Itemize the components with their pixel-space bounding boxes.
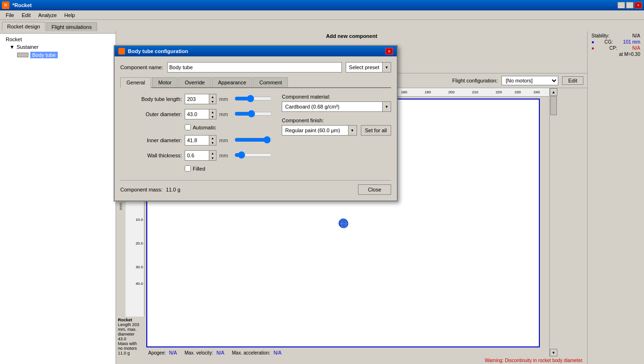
dialog-title-bar: Body tube configuration × [115, 46, 397, 56]
cp-label: CP: [609, 46, 617, 51]
body-tube-length-label: Body tube length: [120, 96, 182, 102]
cp-row: ● CP: N/A [591, 46, 640, 51]
dialog-footer: Component mass: 11.0 g Close [120, 180, 391, 195]
mach-row: at M=0.30 [591, 52, 640, 57]
finish-select[interactable]: Regular paint (60.0 μm) ▼ [282, 125, 357, 136]
automatic-checkbox[interactable] [185, 124, 191, 130]
h-tick-right-5: 180 [401, 90, 407, 94]
flight-config-select[interactable]: [No motors] [501, 76, 558, 85]
inner-diam-slider-container[interactable] [234, 136, 272, 145]
body-tube-length-row: Body tube length: ▲ ▼ mm [120, 94, 272, 104]
length-slider[interactable] [234, 95, 272, 102]
v-scrollbar[interactable]: ▲ ▼ [549, 88, 557, 356]
outer-diam-down-btn[interactable]: ▼ [209, 114, 216, 119]
tab-appearance[interactable]: Appearance [212, 77, 252, 87]
tab-flight-simulations[interactable]: Flight simulations [46, 22, 97, 31]
component-name-input[interactable] [167, 62, 342, 73]
menu-help[interactable]: Help [61, 11, 79, 19]
tab-motor[interactable]: Motor [152, 77, 178, 87]
h-tick-right-11: 240 [534, 90, 540, 94]
h-tick-right-7: 200 [448, 90, 455, 94]
inner-diameter-input[interactable] [185, 136, 209, 145]
dialog-close-btn[interactable]: Close [358, 184, 391, 195]
warning-label: Warning: [485, 358, 504, 363]
edit-button[interactable]: Edit [562, 76, 583, 85]
length-up-btn[interactable]: ▲ [209, 94, 216, 99]
wall-thick-up-btn[interactable]: ▲ [209, 151, 216, 155]
outer-diam-slider[interactable] [234, 110, 272, 118]
filled-label: Filled [193, 166, 205, 172]
finish-value: Regular paint (60.0 μm) [282, 127, 348, 133]
tree-body-tube-label: Body tube [30, 52, 58, 58]
wall-thickness-input[interactable] [185, 151, 209, 160]
tab-general[interactable]: General [120, 77, 151, 88]
scroll-up-arrow[interactable]: ▲ [550, 88, 557, 96]
cp-value: N/A [632, 46, 640, 51]
automatic-row: Automatic [120, 124, 272, 130]
maximize-button[interactable]: □ [626, 2, 634, 9]
mass-label: Component mass: [120, 187, 162, 192]
outer-diameter-label: Outer diameter: [120, 111, 182, 117]
finish-row: Regular paint (60.0 μm) ▼ Set for all [282, 125, 391, 136]
title-bar-left: R *Rocket [2, 1, 32, 9]
inner-diam-slider[interactable] [234, 136, 272, 144]
outer-diameter-spinbox[interactable]: ▲ ▼ [185, 109, 216, 119]
tree-root-label: Rocket [6, 36, 22, 42]
max-velocity-label: Max. velocity: [185, 350, 214, 355]
outer-diameter-row: Outer diameter: ▲ ▼ mm [120, 109, 272, 119]
close-button[interactable]: × [635, 2, 642, 9]
scroll-down-arrow[interactable]: ▼ [550, 349, 557, 356]
app-icon: R [2, 1, 9, 9]
automatic-label: Automatic [193, 125, 216, 130]
rocket-length: Length 203 mm, max. diameter 43.0 [118, 322, 143, 341]
warning-bar: Warning: Discontinuity in rocket body di… [116, 356, 587, 364]
tab-override[interactable]: Override [179, 77, 211, 87]
warning-message: Discontinuity in rocket body diameter. [505, 358, 583, 363]
rocket-name: Rocket [118, 318, 143, 322]
material-select[interactable]: Cardboard (0.68 g/cm³) ▼ [282, 101, 391, 112]
rocket-mass: Mass with no motors 11.0 g [118, 341, 143, 355]
main-tab-bar: Rocket design Flight simulations [0, 20, 644, 31]
max-accel-value: N/A [274, 350, 282, 355]
tree-root: Rocket [2, 36, 114, 43]
wall-thick-slider-container[interactable] [234, 151, 272, 160]
cg-label: CG: [605, 39, 613, 45]
menu-analyze[interactable]: Analyze [35, 11, 61, 19]
menu-edit[interactable]: Edit [18, 11, 35, 19]
apogee-label: Apogee: [148, 350, 166, 355]
outer-diam-up-btn[interactable]: ▲ [209, 109, 216, 114]
material-label: Component material: [282, 94, 391, 100]
select-preset-button[interactable]: Select preset ▼ [346, 62, 391, 73]
inner-diam-down-btn[interactable]: ▼ [209, 140, 216, 145]
length-down-btn[interactable]: ▼ [209, 99, 216, 104]
body-tube-dialog: Body tube configuration × Component name… [114, 45, 398, 201]
set-for-all-button[interactable]: Set for all [361, 125, 391, 136]
body-tube-length-input[interactable] [185, 94, 209, 104]
wall-thick-slider[interactable] [234, 151, 272, 159]
length-slider-container[interactable] [234, 95, 272, 103]
menu-file[interactable]: File [2, 11, 18, 19]
minimize-button[interactable]: _ [617, 2, 625, 9]
material-value: Cardboard (0.68 g/cm³) [282, 104, 382, 109]
outer-diam-slider-container[interactable] [234, 110, 272, 118]
tree-rect-icon [17, 53, 28, 57]
scroll-thumb[interactable] [550, 96, 557, 115]
filled-checkbox[interactable] [185, 165, 191, 172]
inner-diameter-spinbox[interactable]: ▲ ▼ [185, 135, 216, 146]
tab-rocket-design[interactable]: Rocket design [2, 22, 45, 31]
stability-label: Stability: [591, 33, 609, 38]
wall-thick-down-btn[interactable]: ▼ [209, 155, 216, 160]
body-tube-length-spinbox[interactable]: ▲ ▼ [185, 94, 216, 104]
dialog-close-button[interactable]: × [385, 48, 393, 55]
outer-diameter-input[interactable] [185, 109, 209, 119]
inner-diam-up-btn[interactable]: ▲ [209, 136, 216, 140]
finish-label: Component finish: [282, 118, 391, 123]
tree-sustainer[interactable]: ▼ Sustainer [2, 43, 114, 51]
h-tick-right-8: 210 [472, 90, 478, 94]
add-component-title: Add new component [116, 31, 587, 41]
wall-thickness-spinbox[interactable]: ▲ ▼ [185, 150, 216, 161]
tab-comment[interactable]: Comment [253, 77, 288, 87]
dialog-tab-strip: General Motor Override Appearance Commen… [120, 77, 391, 88]
tree-body-tube[interactable]: Body tube [2, 51, 114, 59]
sim-info-bar: Apogee: N/A Max. velocity: N/A Max. acce… [144, 349, 549, 356]
